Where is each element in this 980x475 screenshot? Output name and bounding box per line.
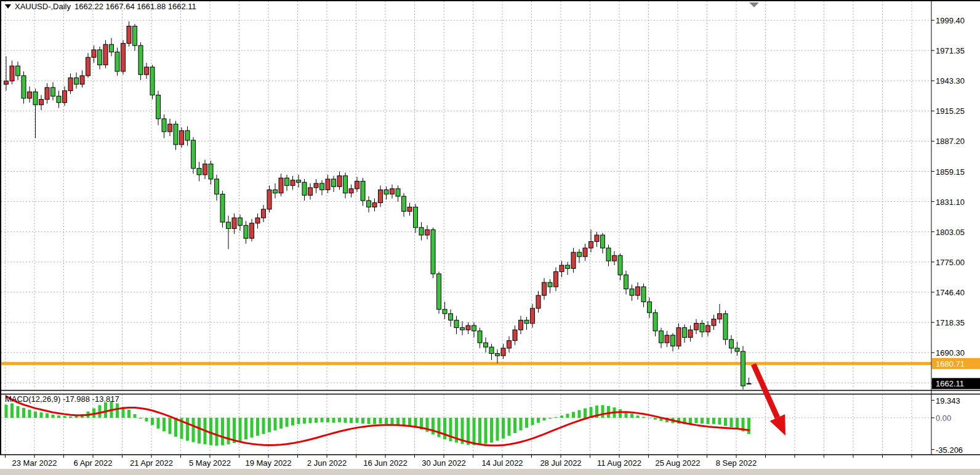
macd-bar — [484, 418, 488, 444]
macd-bar — [169, 418, 172, 434]
candle — [390, 189, 395, 194]
candle — [548, 282, 552, 287]
candle — [449, 314, 453, 321]
candle — [624, 275, 629, 289]
macd-bar — [104, 402, 107, 418]
candle — [665, 335, 669, 343]
macd-bar — [496, 418, 499, 441]
macd-bar — [718, 418, 721, 425]
macd-bar — [46, 413, 49, 418]
candle — [735, 348, 739, 351]
macd-bar — [28, 410, 31, 418]
macd-bar — [531, 418, 534, 425]
candle — [349, 189, 353, 193]
candle — [10, 66, 14, 81]
down-arrow-annotation[interactable] — [753, 364, 785, 436]
macd-bar — [350, 418, 353, 423]
candle — [209, 164, 213, 180]
macd-bar — [151, 418, 154, 425]
candle — [583, 248, 587, 257]
macd-bar — [473, 418, 476, 445]
candle — [168, 124, 172, 132]
candle — [320, 183, 324, 190]
macd-bar — [321, 418, 324, 422]
price-axis-label: 1999.40 — [936, 16, 965, 25]
candle — [694, 324, 699, 330]
candle — [384, 190, 388, 194]
macd-bar — [648, 418, 651, 418]
candle — [636, 287, 640, 295]
candle — [103, 44, 108, 65]
candle — [618, 255, 622, 275]
candle — [466, 325, 470, 330]
macd-bar — [707, 418, 710, 424]
chart-shift-marker-icon[interactable] — [749, 2, 759, 7]
macd-bar — [730, 418, 733, 427]
chart-canvas[interactable]: 1999.401971.351943.301915.251887.201859.… — [0, 0, 980, 475]
date-axis-label: 23 Mar 2022 — [12, 458, 57, 468]
macd-bar — [22, 408, 25, 418]
macd-histogram — [5, 401, 751, 446]
candle — [308, 188, 313, 195]
candle — [121, 43, 126, 71]
macd-bar — [338, 418, 341, 422]
candle — [68, 78, 73, 90]
candle — [262, 209, 266, 218]
level-line[interactable] — [1, 362, 931, 365]
candle — [472, 325, 476, 331]
date-axis-label: 11 Aug 2022 — [597, 458, 641, 468]
candle — [408, 207, 412, 212]
candlestick-series — [4, 22, 752, 392]
candle — [431, 230, 435, 274]
macd-bar — [654, 418, 657, 420]
candle — [566, 265, 570, 268]
candle — [162, 119, 166, 132]
macd-bar — [174, 418, 177, 437]
macd-indicator-label: MACD(12,26,9) -17.988 -13.817 — [5, 394, 119, 404]
price-axis-label: 1690.30 — [936, 348, 965, 357]
macd-bar — [502, 418, 505, 439]
candle — [127, 26, 131, 43]
macd-bar — [315, 418, 318, 423]
macd-bar — [642, 417, 645, 418]
candle — [372, 203, 377, 207]
chart-window: 1999.401971.351943.301915.251887.201859.… — [0, 0, 980, 475]
candle — [215, 179, 219, 194]
macd-bar — [689, 418, 692, 424]
candle — [659, 331, 664, 343]
macd-bar — [279, 418, 283, 429]
macd-bar — [344, 418, 347, 423]
axis-labels: 1999.401971.351943.301915.251887.201859.… — [12, 16, 965, 468]
macd-bar — [619, 409, 622, 418]
svg-text:1662.11: 1662.11 — [936, 379, 964, 388]
candle — [133, 26, 137, 46]
candle — [355, 182, 359, 189]
macd-bar — [736, 418, 739, 429]
candle — [92, 50, 96, 57]
candle — [191, 140, 196, 169]
macd-bar — [373, 418, 376, 424]
macd-bar — [198, 418, 201, 444]
candle — [297, 180, 301, 183]
candle — [145, 67, 149, 74]
macd-bar — [443, 418, 446, 439]
candle — [337, 176, 342, 187]
candle — [232, 218, 236, 229]
price-axis-label: 1971.35 — [936, 46, 965, 55]
candle — [197, 169, 201, 175]
macd-bar — [438, 418, 441, 437]
price-axis-label: 1718.35 — [936, 318, 965, 327]
symbol-dropdown-icon[interactable] — [5, 4, 11, 9]
candle — [671, 335, 675, 346]
macd-bar — [403, 418, 406, 425]
macd-bar — [601, 405, 604, 418]
macd-bar — [379, 418, 382, 424]
candle — [425, 230, 430, 235]
candle — [332, 179, 336, 186]
candle — [496, 354, 500, 356]
candle — [589, 242, 593, 249]
macd-bar — [157, 418, 160, 429]
candle — [402, 196, 406, 212]
macd-bar — [520, 418, 523, 431]
candle — [267, 190, 271, 210]
